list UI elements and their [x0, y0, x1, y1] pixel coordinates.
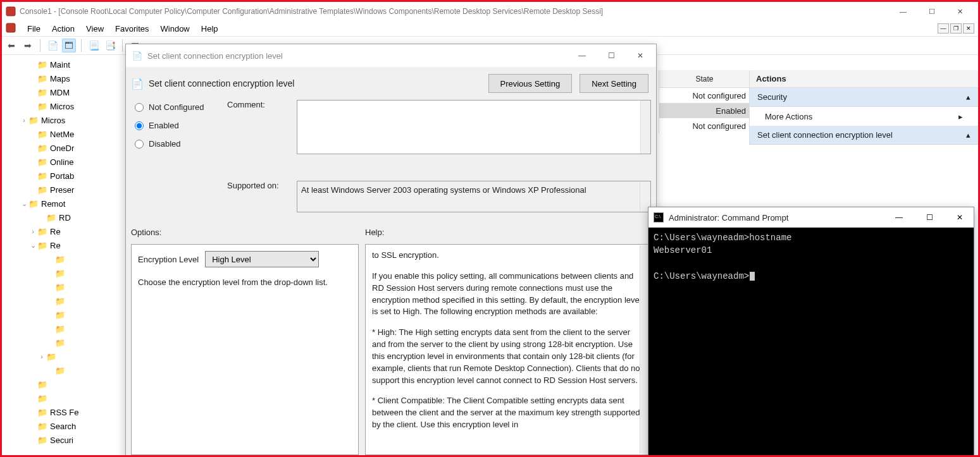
back-button[interactable]: ⬅ — [4, 39, 18, 52]
folder-icon: 📁 — [37, 130, 47, 139]
maximize-button[interactable]: ☐ — [917, 2, 946, 21]
tree-label: Maint — [50, 60, 70, 70]
encryption-level-select[interactable]: High Level — [205, 251, 319, 267]
menu-action[interactable]: Action — [52, 24, 75, 34]
state-cell[interactable]: Not configured — [659, 118, 750, 133]
cmd-terminal[interactable]: C:\Users\wayneadm>hostname Webserver01 C… — [648, 228, 974, 457]
tree-node[interactable]: 📁Search — [2, 419, 123, 433]
tree-node[interactable]: 📁 — [2, 363, 123, 377]
close-button[interactable]: ✕ — [946, 2, 974, 21]
show-hide-tree-button[interactable]: 🗔 — [62, 39, 76, 52]
tree-node[interactable]: 📁Securi — [2, 433, 123, 447]
options-panel: Encryption Level High Level Choose the e… — [131, 244, 359, 455]
up-button[interactable]: 📄 — [46, 39, 59, 52]
actions-section-security[interactable]: Security ▴ — [750, 88, 978, 107]
state-cell[interactable]: Enabled — [659, 103, 750, 118]
folder-icon: 📁 — [37, 102, 47, 111]
dialog-titlebar[interactable]: 📄 Set client connection encryption level… — [126, 44, 656, 67]
tree-node[interactable]: 📁 — [2, 266, 123, 280]
tree-label: RSS Fe — [50, 408, 79, 417]
menu-help[interactable]: Help — [201, 24, 218, 34]
folder-icon: 📁 — [55, 324, 65, 334]
cmd-close-button[interactable]: ✕ — [951, 213, 969, 222]
menu-window[interactable]: Window — [161, 24, 190, 34]
tree-label: Remot — [41, 199, 65, 209]
folder-icon: 📁 — [37, 380, 47, 389]
tree-label: Search — [50, 422, 76, 431]
command-prompt-window: Administrator: Command Prompt — ☐ ✕ C:\U… — [648, 207, 974, 457]
folder-icon: 📁 — [37, 241, 47, 250]
tree-node[interactable]: 📁Maint — [2, 58, 123, 71]
mdi-close-icon[interactable]: ✕ — [963, 23, 974, 34]
folder-icon: 📁 — [55, 366, 65, 375]
policy-dialog: 📄 Set client connection encryption level… — [125, 44, 657, 457]
tree-label: Maps — [50, 74, 70, 83]
tree-node[interactable]: 📁Online — [2, 155, 123, 169]
mdi-restore-icon[interactable]: ❐ — [950, 23, 962, 34]
help-label: Help: — [365, 228, 384, 237]
actions-more-actions[interactable]: More Actions ▸ — [750, 107, 978, 126]
mmc-icon — [6, 6, 16, 16]
dialog-close-button[interactable]: ✕ — [631, 51, 650, 60]
folder-icon: 📁 — [37, 74, 47, 83]
tree-node[interactable]: 📁RD — [2, 210, 123, 224]
menu-favorites[interactable]: Favorites — [115, 24, 149, 34]
tree-node[interactable]: 📁 — [2, 294, 123, 308]
next-setting-button[interactable]: Next Setting — [580, 74, 648, 93]
mdi-minimize-icon[interactable]: — — [938, 23, 949, 34]
properties-button[interactable]: 📃 — [87, 39, 101, 52]
cmd-icon — [654, 212, 664, 222]
dialog-minimize-button[interactable]: — — [573, 51, 592, 60]
cmd-maximize-button[interactable]: ☐ — [921, 213, 938, 222]
tree-node[interactable]: ⌄📁Remot — [2, 197, 123, 210]
tree-node[interactable]: ⌄📁Re — [2, 238, 123, 252]
tree-node[interactable]: 📁 — [2, 252, 123, 266]
tree-node[interactable]: 📁 — [2, 391, 123, 405]
expand-icon[interactable]: › — [37, 353, 46, 360]
tree-node[interactable]: 📁 — [2, 308, 123, 322]
menu-view[interactable]: View — [86, 24, 104, 34]
tree-node[interactable]: 📁 — [2, 336, 123, 350]
actions-section-policy[interactable]: Set client connection encryption level ▴ — [750, 126, 978, 145]
tree-node[interactable]: 📁RSS Fe — [2, 405, 123, 419]
forward-button[interactable]: ➡ — [21, 39, 35, 52]
expand-icon[interactable]: › — [28, 228, 37, 235]
window-controls: — ☐ ✕ — [889, 2, 974, 21]
folder-icon: 📁 — [55, 310, 65, 320]
tree-node[interactable]: 📁 — [2, 322, 123, 336]
dialog-maximize-button[interactable]: ☐ — [602, 51, 621, 60]
previous-setting-button[interactable]: Previous Setting — [488, 74, 573, 93]
expand-icon[interactable]: › — [20, 116, 28, 124]
tree-node[interactable]: 📁Portab — [2, 169, 123, 183]
actions-pane: Actions Security ▴ More Actions ▸ Set cl… — [749, 70, 978, 145]
tree-node[interactable]: 📁NetMe — [2, 127, 123, 141]
tree-node[interactable]: 📁 — [2, 377, 123, 391]
expand-icon[interactable]: ⌄ — [20, 200, 28, 208]
menu-file[interactable]: File — [27, 24, 40, 34]
cmd-minimize-button[interactable]: — — [890, 213, 908, 222]
tree-node[interactable]: 📁Micros — [2, 99, 123, 113]
folder-icon: 📁 — [55, 255, 65, 264]
dialog-title-text: Set client connection encryption level — [147, 51, 283, 61]
folder-icon: 📁 — [55, 296, 65, 306]
expand-icon[interactable]: ⌄ — [28, 241, 37, 250]
state-header[interactable]: State — [659, 70, 750, 88]
cmd-titlebar[interactable]: Administrator: Command Prompt — ☐ ✕ — [648, 207, 974, 228]
cursor — [750, 272, 755, 281]
state-cell[interactable]: Not configured — [659, 88, 750, 103]
tree-node[interactable]: ›📁 — [2, 350, 123, 363]
tree-node[interactable]: 📁Preser — [2, 183, 123, 197]
tree-node[interactable]: 📁MDM — [2, 85, 123, 99]
navigation-tree[interactable]: 📁Maint📁Maps📁MDM📁Micros›📁Micros📁NetMe📁One… — [2, 55, 123, 455]
tree-node[interactable]: ›📁Micros — [2, 113, 123, 127]
export-button[interactable]: 📑 — [103, 39, 117, 52]
tree-node[interactable]: 📁OneDr — [2, 141, 123, 155]
minimize-button[interactable]: — — [889, 2, 917, 21]
tree-node[interactable]: 📁Maps — [2, 71, 123, 85]
tree-label: Re — [50, 227, 61, 236]
tree-node[interactable]: 📁 — [2, 280, 123, 294]
tree-node[interactable]: ›📁Re — [2, 224, 123, 238]
policy-name: Set client connection encryption level — [149, 78, 294, 88]
scrollbar[interactable] — [640, 101, 650, 154]
comment-textarea[interactable] — [297, 100, 651, 154]
